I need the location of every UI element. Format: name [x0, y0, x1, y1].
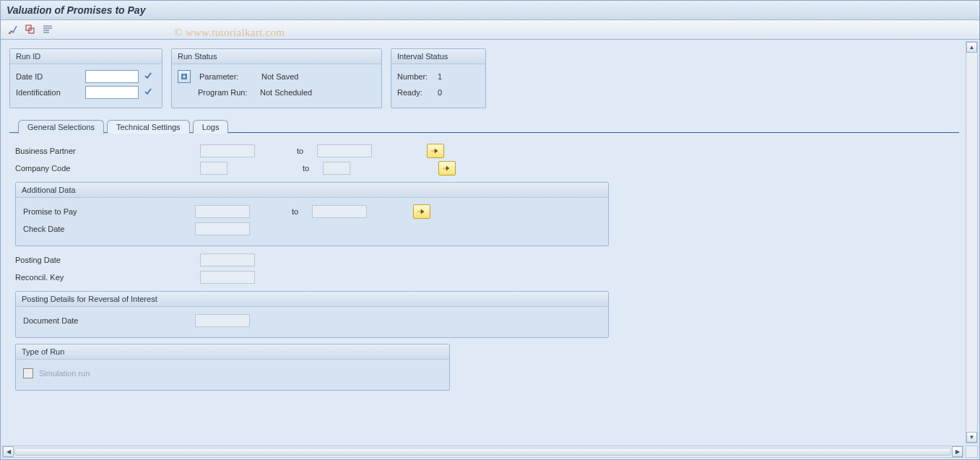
scroll-up-icon[interactable]: ▲ [966, 42, 977, 53]
app-toolbar [1, 20, 979, 40]
company-code-label: Company Code [15, 164, 116, 173]
scroll-down-icon[interactable]: ▼ [966, 432, 977, 443]
top-panels-row: Run ID Date ID Identification [2, 41, 963, 113]
tab-general-selections[interactable]: General Selections [18, 120, 104, 134]
promise-to-pay-label: Promise to Pay [23, 207, 189, 216]
panel-run-status-header: Run Status [172, 49, 381, 64]
tool-icon-1[interactable] [6, 23, 19, 36]
content-area: Run ID Date ID Identification [2, 41, 963, 443]
date-id-input[interactable] [85, 70, 139, 83]
reconcil-key-label: Reconcil. Key [15, 273, 116, 282]
tab-row: General Selections Technical Settings Lo… [9, 117, 959, 133]
program-run-value: Not Scheduled [260, 88, 312, 97]
business-partner-to-input[interactable] [317, 144, 372, 157]
scroll-left-icon[interactable]: ◀ [3, 446, 14, 457]
titlebar: Valuation of Promises to Pay [1, 1, 979, 20]
panel-interval-status: Interval Status Number: 1 Ready: 0 [391, 48, 486, 108]
simulation-run-checkbox[interactable] [23, 368, 33, 378]
company-code-to-input[interactable] [323, 162, 350, 175]
document-date-input[interactable] [195, 314, 250, 327]
tabstrip: General Selections Technical Settings Lo… [9, 117, 959, 402]
simulation-run-label: Simulation run [39, 369, 90, 378]
business-partner-multiselect-button[interactable] [427, 144, 444, 158]
panel-run-id-header: Run ID [10, 49, 162, 64]
company-code-multiselect-button[interactable] [438, 161, 456, 175]
scroll-corner [966, 446, 978, 458]
ready-value: 0 [438, 88, 442, 97]
date-id-required-icon [144, 72, 152, 81]
identification-input[interactable] [85, 86, 139, 99]
check-date-label: Check Date [23, 225, 189, 233]
company-code-from-input[interactable] [200, 162, 227, 175]
posting-date-label: Posting Date [15, 256, 116, 264]
identification-required-icon [144, 88, 152, 97]
parameter-value: Not Saved [261, 72, 298, 81]
tab-technical-settings[interactable]: Technical Settings [107, 120, 190, 134]
business-partner-label: Business Partner [15, 147, 116, 155]
document-date-label: Document Date [23, 316, 189, 325]
promise-to-pay-from-input[interactable] [195, 205, 250, 218]
run-status-icon[interactable] [178, 70, 191, 83]
business-partner-from-input[interactable] [200, 144, 255, 157]
date-id-label: Date ID [16, 72, 81, 81]
check-date-input[interactable] [195, 222, 250, 235]
horizontal-scrollbar[interactable]: ◀ ▶ [2, 446, 963, 458]
group-type-of-run-header: Type of Run [16, 344, 449, 360]
panel-run-id: Run ID Date ID Identification [9, 48, 162, 108]
number-value: 1 [438, 72, 442, 81]
business-partner-to-label: to [297, 147, 311, 155]
reconcil-key-input[interactable] [200, 271, 255, 284]
company-code-to-label: to [303, 164, 317, 173]
svg-rect-0 [9, 32, 11, 34]
group-type-of-run: Type of Run Simulation run [15, 344, 450, 391]
page-title: Valuation of Promises to Pay [6, 4, 145, 16]
horizontal-scroll-thumb[interactable] [14, 448, 951, 456]
vertical-scrollbar[interactable]: ▲ ▼ [966, 41, 978, 443]
program-run-label: Program Run: [198, 88, 256, 97]
group-posting-details-header: Posting Details for Reversal of Interest [16, 292, 608, 307]
promise-to-pay-to-label: to [292, 207, 306, 216]
group-posting-details: Posting Details for Reversal of Interest… [15, 291, 609, 338]
ready-label: Ready: [397, 88, 433, 97]
tool-icon-3[interactable] [41, 23, 54, 36]
app-window: Valuation of Promises to Pay © www.tutor… [0, 0, 980, 460]
number-label: Number: [397, 72, 433, 81]
group-additional-data-header: Additional Data [16, 183, 608, 198]
tool-icon-2[interactable] [24, 23, 37, 36]
scroll-right-icon[interactable]: ▶ [952, 446, 963, 457]
promise-to-pay-to-input[interactable] [312, 205, 367, 218]
group-additional-data: Additional Data Promise to Pay to [15, 182, 609, 246]
tab-logs[interactable]: Logs [193, 120, 229, 134]
identification-label: Identification [16, 88, 81, 97]
panel-run-status: Run Status Parameter: Not Saved Program … [171, 48, 382, 108]
promise-to-pay-multiselect-button[interactable] [413, 204, 430, 219]
panel-interval-status-header: Interval Status [391, 49, 485, 64]
posting-date-input[interactable] [200, 253, 255, 266]
parameter-label: Parameter: [199, 72, 257, 81]
tab-general-body: Business Partner to Company Code to [9, 133, 959, 402]
